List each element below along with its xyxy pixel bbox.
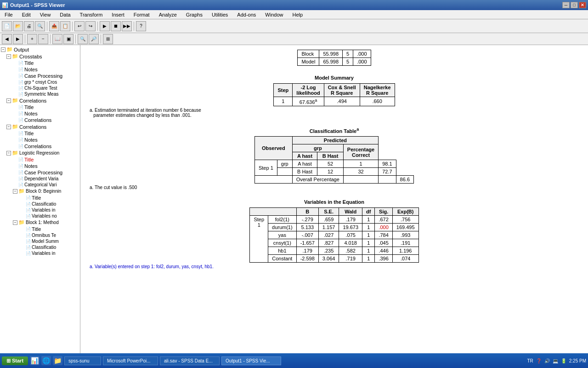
tree-lr-case[interactable]: 📄 Case Processing (0, 169, 80, 176)
tree-logistic[interactable]: − 📁 Logistic Regression (0, 150, 80, 156)
panel-button[interactable]: ▣ (63, 34, 74, 44)
close-button[interactable]: ✕ (579, 2, 586, 8)
expand-crosstabs[interactable]: − (6, 54, 11, 59)
maximize-button[interactable]: □ (571, 2, 578, 8)
nav-forward-button[interactable]: ▶ (13, 34, 23, 44)
expand-corr2[interactable]: − (6, 125, 11, 129)
expand-output[interactable]: − (1, 47, 6, 52)
tree-corr1-title[interactable]: 📄 Title (0, 104, 80, 110)
stop-button[interactable]: ⏹ (111, 21, 121, 31)
nav-back-button[interactable]: ◀ (2, 34, 12, 44)
menu-utilities[interactable]: Utilities (209, 11, 231, 18)
menu-view[interactable]: View (37, 11, 54, 18)
tree-lr-notes[interactable]: 📄 Notes (0, 163, 80, 169)
ct-grp-cell: grp (277, 160, 292, 168)
main-area: − 📁 Output − 📁 Crosstabs 📄 Title 📄 Notes… (0, 45, 588, 358)
undo-button[interactable]: ↩ (74, 21, 85, 31)
tree-b1-omnibus[interactable]: 📄 Omnibus Te (0, 232, 80, 238)
menu-insert[interactable]: Insert (109, 11, 127, 18)
expand-corr1[interactable]: − (6, 98, 11, 103)
nav-collapse-button[interactable]: − (38, 34, 48, 44)
tree-lr-title[interactable]: 📄 Title (0, 156, 80, 163)
tree-ct-notes[interactable]: 📄 Notes (0, 66, 80, 73)
menu-format[interactable]: Format (131, 11, 153, 18)
open-button[interactable]: 📂 (13, 21, 23, 31)
variables-equation-title: Variables in the Equation (90, 199, 579, 205)
tree-block0[interactable]: − 📁 Block 0: Beginnin (0, 188, 80, 195)
tree-label-lr-case: Case Processing (24, 170, 62, 175)
tree-correlations1[interactable]: − 📁 Correlations (0, 97, 80, 104)
tree-b1-vars[interactable]: 📄 Variables in (0, 250, 80, 256)
menu-data[interactable]: Data (57, 11, 73, 18)
taskbar-spss-sunu[interactable]: spss-sunu (64, 356, 101, 365)
classification-table: Observed Predicted grp PercentageCorrect… (254, 136, 414, 184)
tree-corr2-title[interactable]: 📄 Title (0, 130, 80, 137)
tree-corr2-notes[interactable]: 📄 Notes (0, 137, 80, 143)
menu-graphs[interactable]: Graphs (183, 11, 205, 18)
start-label: Start (12, 358, 23, 363)
quick-launch-folder[interactable]: 📁 (53, 356, 62, 365)
tree-b1-title[interactable]: 📄 Title (0, 226, 80, 232)
tree-ct-case-processing[interactable]: 📄 Case Processing (0, 73, 80, 79)
expand-block1[interactable]: − (13, 220, 17, 225)
ve-se-constant: 3.064 (318, 255, 339, 263)
quick-launch-ie[interactable]: 🌐 (41, 356, 51, 365)
tree-lr-categorical[interactable]: 📄 Categorical Vari (0, 182, 80, 188)
tree-lr-dependent[interactable]: 📄 Dependent Varia (0, 176, 80, 182)
tree-b0-vars[interactable]: 📄 Variables in (0, 207, 80, 213)
tree-label-corr2-notes: Notes (24, 137, 38, 143)
menu-addons[interactable]: Add-ons (234, 11, 259, 18)
export-button[interactable]: 📤 (49, 21, 59, 31)
tree-ct-symmetric[interactable]: 📄 Symmetric Meas (0, 91, 80, 97)
tree-b0-class[interactable]: 📄 Classificatio (0, 201, 80, 207)
doc-icon-lr-cat: 📄 (18, 183, 23, 187)
tree-ct-grp[interactable]: 📄 grp * cnsyt Cros (0, 79, 80, 85)
tree-output[interactable]: − 📁 Output (0, 46, 80, 53)
tree-b0-title[interactable]: 📄 Title (0, 195, 80, 201)
new-button[interactable]: 📄 (2, 21, 12, 31)
help-btn[interactable]: ? (136, 21, 146, 31)
tree-correlations2[interactable]: − 📁 Correlations (0, 123, 80, 130)
print-preview-button[interactable]: 🔍 (35, 21, 45, 31)
expand-logistic[interactable]: − (6, 151, 11, 155)
menu-window[interactable]: Window (262, 11, 286, 18)
menu-help[interactable]: Help (289, 11, 305, 18)
tree-ct-title[interactable]: 📄 Title (0, 60, 80, 66)
goto-button[interactable]: ▶ (100, 21, 110, 31)
nav-expand-button[interactable]: + (27, 34, 37, 44)
tree-corr2-corr[interactable]: 📄 Correlations (0, 143, 80, 150)
unknown-btn1[interactable]: 📋 (60, 21, 70, 31)
quick-launch-spss[interactable]: 📊 (30, 356, 40, 365)
omnibus-table-section: Block 55.998 5 .000 Model 65.998 5 .000 (90, 50, 579, 66)
tree-block1[interactable]: − 📁 Block 1: Method (0, 219, 80, 226)
book-button[interactable]: 📖 (52, 34, 62, 44)
title-bar-controls: ─ □ ✕ (562, 2, 586, 8)
menu-transform[interactable]: Transform (77, 11, 106, 18)
run-button[interactable]: ▶▶ (122, 21, 132, 31)
taskbar-data-editor[interactable]: ali.sav - SPSS Data E... (160, 356, 220, 365)
classification-footnote: a. The cut value is .500 (90, 185, 579, 190)
toolbar-separator-3 (97, 22, 98, 31)
tree-b1-class[interactable]: 📄 Classificatio (0, 244, 80, 250)
zoom-in-button[interactable]: 🔍 (78, 34, 88, 44)
tree-ct-chi[interactable]: 📄 Chi-Square Test (0, 85, 80, 91)
menu-edit[interactable]: Edit (19, 11, 34, 18)
menu-file[interactable]: File (2, 11, 16, 18)
tree-label-crosstabs: Crosstabs (19, 54, 42, 59)
tree-corr1-corr[interactable]: 📄 Correlations (0, 117, 80, 123)
taskbar-powerpoint[interactable]: Microsoft PowerPoi... (103, 356, 158, 365)
start-button[interactable]: ⊞ Start (2, 356, 28, 365)
tree-corr1-notes[interactable]: 📄 Notes (0, 110, 80, 117)
menu-analyze[interactable]: Analyze (156, 11, 180, 18)
expand-block0[interactable]: − (13, 189, 17, 194)
redo-button[interactable]: ↪ (85, 21, 96, 31)
tree-crosstabs[interactable]: − 📁 Crosstabs (0, 53, 80, 60)
zoom-out-button[interactable]: 🔎 (89, 34, 99, 44)
tree-b0-varsno[interactable]: 📄 Variables no (0, 213, 80, 219)
ve-b-yas: -.007 (296, 231, 318, 239)
taskbar-output-viewer[interactable]: Output1 - SPSS Vie... (221, 356, 281, 365)
minimize-button[interactable]: ─ (562, 2, 570, 8)
print-button[interactable]: 🖨 (24, 21, 34, 31)
tree-b1-model[interactable]: 📄 Model Summ (0, 238, 80, 244)
select-all-button[interactable]: ⊞ (103, 34, 113, 44)
